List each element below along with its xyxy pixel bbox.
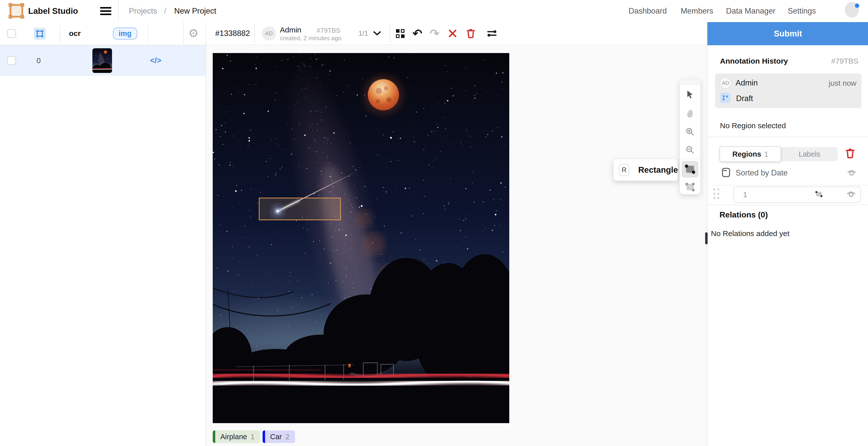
history-user-name: Admin	[736, 78, 758, 88]
annotation-created: created, 2 minutes ago	[280, 35, 341, 42]
label-color-bar	[213, 431, 215, 443]
relations-empty-text: No Relations added yet	[711, 229, 789, 238]
zoom-out-tool-icon[interactable]	[680, 142, 700, 158]
label-hotkey: 2	[285, 433, 295, 441]
nav-data-manager[interactable]: Data Manager	[726, 0, 775, 22]
pan-tool-hand-icon[interactable]	[680, 105, 700, 121]
tooltip-label: Rectangle	[638, 165, 678, 175]
tool-palette	[680, 79, 700, 194]
toggle-all-visibility-eye-icon[interactable]	[846, 168, 857, 178]
column-header-ocr[interactable]: ocr	[69, 22, 81, 45]
breadcrumb-current: New Project	[174, 0, 216, 22]
task-checkbox[interactable]	[7, 56, 16, 65]
annotations-column-icon[interactable]	[34, 28, 46, 40]
tab-labels[interactable]: Labels	[781, 147, 838, 161]
sorted-by-date-label[interactable]: Sorted by Date	[736, 168, 788, 177]
task-source-code-icon[interactable]: </>	[150, 45, 161, 76]
app-title: Label Studio	[28, 0, 78, 22]
three-point-rectangle-tool[interactable]	[680, 179, 700, 194]
annotation-panel: Submit Annotation History #79TBS AD Admi…	[707, 22, 868, 446]
zoom-in-tool-icon[interactable]	[680, 124, 700, 140]
annotator-name: Admin	[280, 26, 301, 34]
panel-resize-handle[interactable]	[705, 232, 708, 244]
relations-title: Relations (0)	[719, 210, 768, 219]
region-rectangle-type-icon	[815, 190, 823, 199]
breadcrumb-projects[interactable]: Projects	[129, 0, 157, 22]
select-all-checkbox[interactable]	[7, 29, 16, 38]
history-timestamp: just now	[829, 79, 857, 88]
annotator-avatar: AD	[262, 26, 276, 40]
regions-labels-tabs: Regions 1 Labels	[719, 147, 838, 161]
tab-regions-count: 1	[764, 150, 768, 159]
task-image[interactable]	[213, 53, 509, 423]
label-hotkey: 1	[250, 433, 260, 441]
hamburger-menu-icon[interactable]	[100, 7, 111, 15]
sort-order-icon[interactable]	[721, 167, 731, 178]
move-tool-cursor-icon[interactable]	[680, 87, 700, 102]
column-tag-img[interactable]: img	[113, 27, 137, 40]
annotation-selector-chevron-down-icon[interactable]	[370, 22, 384, 45]
grid-view-icon[interactable]	[393, 22, 408, 45]
reset-x-icon[interactable]	[445, 22, 460, 45]
label-studio-logo-icon	[9, 4, 23, 18]
history-item-card[interactable]: AD Admin just now Draft	[715, 73, 862, 108]
nav-dashboard[interactable]: Dashboard	[629, 0, 667, 22]
annotation-history-title: Annotation History	[720, 57, 788, 65]
frame-corners-icon	[36, 30, 43, 37]
label-studio-app: Label Studio Projects / New Project Dash…	[0, 0, 868, 446]
tasks-sidebar: ocr img ⚙ 0	[0, 22, 206, 446]
task-row[interactable]: 0	[0, 45, 206, 76]
palette-drag-handle[interactable]	[680, 79, 700, 85]
lit-window	[348, 364, 351, 367]
tab-regions[interactable]: Regions 1	[719, 146, 781, 162]
hotkey-badge: R	[619, 164, 629, 176]
region-index: 1	[743, 191, 747, 199]
task-id: #1338882	[215, 22, 250, 45]
region-rectangle-airplane[interactable]	[259, 198, 341, 220]
label-name: Car	[265, 433, 285, 441]
delete-regions-trash-icon[interactable]	[845, 148, 855, 160]
undo-icon[interactable]: ↶	[410, 22, 425, 45]
annotation-workspace: Airplane 1 Car 2 R Rectangle	[206, 45, 707, 446]
task-index: 0	[36, 45, 41, 76]
task-thumbnail[interactable]	[92, 48, 112, 73]
sidebar-settings-gear-icon[interactable]: ⚙	[188, 22, 198, 44]
annotation-id: #79TBS	[317, 27, 340, 34]
relations-swap-icon[interactable]	[484, 22, 499, 45]
annotation-history-id: #79TBS	[831, 57, 859, 65]
history-avatar: AD	[719, 77, 732, 89]
region-visibility-eye-icon[interactable]	[846, 190, 857, 199]
submit-button[interactable]: Submit	[707, 22, 868, 45]
notification-dot	[855, 3, 859, 8]
app-header: Label Studio Projects / New Project Dash…	[0, 0, 868, 23]
annotation-toolbar: #1338882 AD Admin #79TBS created, 2 minu…	[206, 22, 707, 45]
annotation-pager: 1/1	[359, 22, 368, 45]
rectangle-tool-selected[interactable]	[680, 161, 700, 178]
nav-members[interactable]: Members	[681, 0, 713, 22]
label-name: Airplane	[215, 433, 250, 441]
nav-settings[interactable]: Settings	[788, 0, 816, 22]
label-pill-car[interactable]: Car 2	[262, 431, 295, 443]
blood-moon	[364, 75, 403, 114]
history-status: Draft	[736, 94, 753, 103]
label-pill-airplane[interactable]: Airplane 1	[213, 431, 260, 443]
no-region-selected-text: No Region selected	[720, 122, 786, 130]
region-list-item[interactable]: 1	[734, 186, 861, 203]
label-color-bar	[262, 431, 265, 443]
tab-regions-label: Regions	[732, 150, 761, 159]
rectangle-tool-tooltip: R Rectangle	[614, 159, 678, 181]
breadcrumb-separator: /	[164, 0, 166, 22]
draft-status-icon	[720, 93, 731, 103]
redo-icon[interactable]: ↷	[427, 22, 442, 45]
delete-annotation-trash-icon[interactable]	[463, 22, 478, 45]
